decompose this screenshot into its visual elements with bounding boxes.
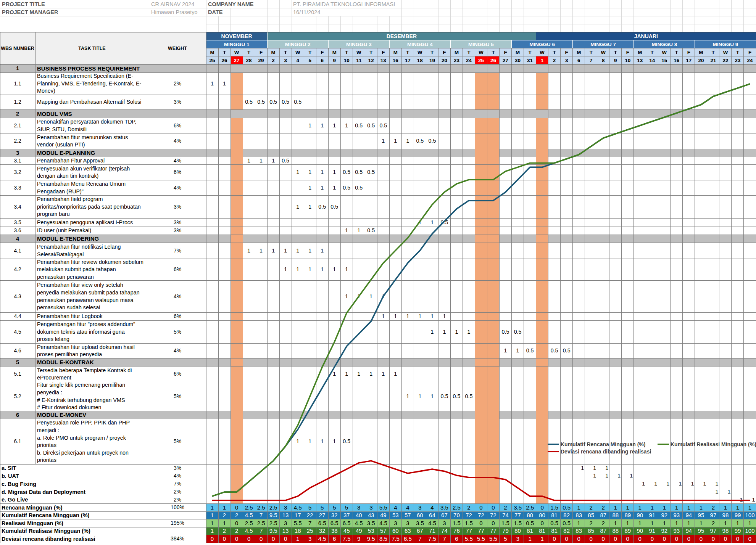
svg-text:7.5: 7.5 — [392, 535, 400, 542]
svg-text:1: 1 — [581, 465, 584, 471]
svg-text:0.5: 0.5 — [379, 122, 387, 129]
svg-text:6%: 6% — [174, 266, 181, 272]
svg-text:91: 91 — [649, 527, 655, 534]
svg-text:24: 24 — [747, 58, 753, 63]
svg-text:0.5: 0.5 — [318, 204, 326, 210]
svg-text:71: 71 — [429, 527, 435, 534]
svg-text:Penambahan fitur menurunkan st: Penambahan fitur menurunkan status — [37, 134, 128, 140]
svg-text:23: 23 — [735, 58, 741, 63]
svg-text:1: 1 — [630, 473, 633, 479]
svg-text:3.1: 3.1 — [14, 158, 21, 164]
svg-text:0: 0 — [272, 535, 275, 542]
svg-text:F: F — [626, 50, 629, 55]
svg-text:2: 2 — [467, 504, 470, 511]
svg-text:2.5: 2.5 — [269, 520, 277, 526]
svg-text:6: 6 — [16, 412, 19, 418]
svg-text:195%: 195% — [171, 520, 184, 526]
svg-text:0.5: 0.5 — [367, 122, 375, 129]
svg-text:6.1: 6.1 — [14, 439, 21, 444]
svg-text:T: T — [553, 50, 556, 55]
svg-text:0: 0 — [638, 535, 642, 542]
svg-text:2: 2 — [223, 527, 226, 534]
svg-text:1: 1 — [430, 219, 434, 225]
svg-text:1: 1 — [308, 122, 311, 129]
svg-text:0.5: 0.5 — [526, 520, 534, 526]
svg-text:24: 24 — [466, 58, 472, 63]
svg-text:27: 27 — [319, 512, 326, 518]
svg-text:M: M — [577, 50, 581, 55]
svg-text:2: 2 — [235, 512, 238, 518]
svg-text:1: 1 — [540, 535, 543, 542]
svg-text:Deviasi rencana dibanding real: Deviasi rencana dibanding realisasi — [561, 449, 651, 455]
svg-text:Penyesuaian pengguna aplikasi: Penyesuaian pengguna aplikasi I-Procs — [37, 219, 133, 225]
svg-text:2: 2 — [223, 512, 226, 518]
svg-text:prioritas: prioritas — [37, 442, 56, 448]
svg-text:3: 3 — [284, 504, 287, 511]
svg-text:1: 1 — [333, 185, 336, 191]
svg-text:1: 1 — [430, 313, 434, 319]
svg-text:0: 0 — [492, 520, 495, 526]
svg-text:1.2: 1.2 — [14, 99, 21, 105]
svg-text:3: 3 — [357, 504, 360, 511]
svg-text:1: 1 — [724, 520, 727, 526]
svg-text:DATE: DATE — [208, 9, 223, 15]
svg-text:3: 3 — [418, 504, 421, 511]
svg-text:0.5: 0.5 — [563, 520, 571, 526]
svg-text:3.5: 3.5 — [440, 504, 448, 511]
svg-text:T: T — [614, 50, 617, 55]
svg-text:3.5: 3.5 — [416, 520, 424, 526]
svg-text:89: 89 — [624, 512, 631, 518]
svg-text:7: 7 — [308, 520, 311, 526]
svg-text:2.2: 2.2 — [14, 138, 21, 144]
svg-text:1: 1 — [651, 504, 654, 511]
svg-text:0.5: 0.5 — [343, 169, 350, 175]
svg-text:0.5: 0.5 — [453, 393, 461, 399]
svg-text:0: 0 — [553, 535, 556, 542]
svg-text:Penambahan Menu Rencana Umum: Penambahan Menu Rencana Umum — [37, 181, 126, 187]
svg-text:2%: 2% — [174, 80, 181, 87]
svg-text:0.5: 0.5 — [428, 138, 436, 144]
svg-text:2: 2 — [553, 58, 556, 63]
svg-text:0.5: 0.5 — [367, 227, 375, 233]
svg-text:6%: 6% — [174, 169, 181, 175]
svg-text:M: M — [699, 50, 703, 55]
svg-text:83: 83 — [575, 512, 582, 518]
svg-text:7.5: 7.5 — [428, 535, 436, 542]
svg-text:64: 64 — [429, 512, 435, 518]
svg-text:4%: 4% — [174, 138, 181, 144]
svg-text:1: 1 — [357, 227, 360, 233]
svg-text:79: 79 — [502, 527, 509, 534]
svg-text:27: 27 — [503, 58, 508, 63]
svg-text:5.2: 5.2 — [14, 394, 21, 399]
svg-text:M: M — [393, 50, 398, 55]
svg-text:DESEMBER: DESEMBER — [387, 33, 417, 39]
svg-text:1: 1 — [687, 520, 690, 526]
svg-text:0: 0 — [687, 535, 690, 542]
svg-text:Tersedia beberapa Template Kon: Tersedia beberapa Template Kontrak di — [37, 367, 132, 373]
svg-text:1: 1 — [296, 169, 299, 175]
svg-text:5.5: 5.5 — [465, 535, 473, 542]
svg-text:1: 1 — [703, 481, 706, 487]
svg-text:85: 85 — [588, 512, 594, 518]
svg-text:Penambahan fitur notifikasi Le: Penambahan fitur notifikasi Lelang — [37, 244, 121, 250]
svg-text:5: 5 — [321, 504, 324, 511]
svg-text:1: 1 — [223, 80, 226, 87]
svg-text:97: 97 — [710, 527, 717, 534]
svg-text:Kumulatif Realisasi Mingguan (: Kumulatif Realisasi Mingguan (%) — [671, 441, 756, 447]
svg-text:1: 1 — [296, 535, 299, 542]
svg-text:0: 0 — [675, 535, 678, 542]
svg-text:Selesai/Batal/gagal: Selesai/Batal/gagal — [37, 251, 84, 257]
svg-text:1: 1 — [406, 313, 409, 319]
svg-text:13: 13 — [380, 58, 387, 63]
svg-text:4.5: 4.5 — [294, 504, 302, 511]
svg-text:384%: 384% — [171, 535, 184, 542]
svg-text:Mapping dan Pembahasan Alterna: Mapping dan Pembahasan Alternatif Solusi — [37, 99, 141, 105]
svg-text:77: 77 — [490, 527, 496, 534]
svg-text:F: F — [260, 50, 263, 55]
svg-text:MINGGU 9: MINGGU 9 — [713, 42, 738, 47]
svg-text:4.6: 4.6 — [14, 348, 21, 354]
svg-text:1: 1 — [642, 481, 645, 487]
svg-text:1: 1 — [296, 204, 299, 210]
svg-text:26: 26 — [222, 58, 228, 63]
svg-text:1: 1 — [443, 313, 446, 319]
